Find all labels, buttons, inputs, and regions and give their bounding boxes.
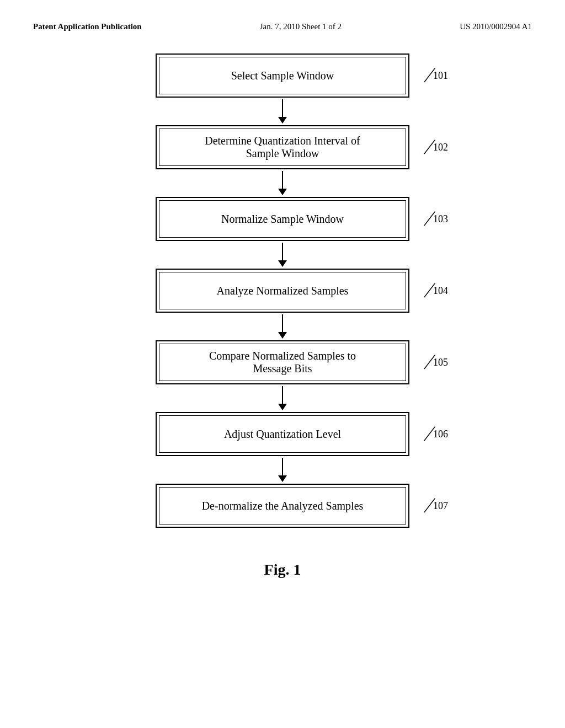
date-sheet-label: Jan. 7, 2010 Sheet 1 of 2 [260,22,342,31]
step-3-text: Normalize Sample Window [221,213,344,226]
arrow-line-6 [282,458,283,475]
arrow-line-2 [282,171,283,189]
step-4-label: ╱ 104 [425,283,448,298]
arrow-6 [278,456,287,484]
step-5-label: ╱ 105 [425,355,448,370]
arrow-head-1 [278,117,287,124]
step-1-text: Select Sample Window [231,69,334,82]
step-box-wrapper-1: Select Sample Window ╱ 101 [156,53,409,98]
step-1-number: 101 [433,70,448,82]
step-box-wrapper-6: Adjust Quantization Level ╱ 106 [156,412,409,456]
arrow-2 [278,169,287,197]
step-box-wrapper-3: Normalize Sample Window ╱ 103 [156,197,409,241]
step-2-number: 102 [433,142,448,153]
slash-icon-3: ╱ [425,212,432,226]
step-row-4: Analyze Normalized Samples ╱ 104 [33,269,532,313]
step-row-1: Select Sample Window ╱ 101 [33,53,532,98]
slash-icon-4: ╱ [425,283,432,298]
step-4-number: 104 [433,285,448,297]
step-5-number: 105 [433,357,448,368]
step-6-number: 106 [433,429,448,440]
step-7-text: De-normalize the Analyzed Samples [202,500,364,512]
slash-icon-2: ╱ [425,140,432,154]
arrow-down-5 [278,386,287,410]
step-box-3: Normalize Sample Window [156,197,409,241]
arrow-down-4 [278,314,287,339]
step-box-6: Adjust Quantization Level [156,412,409,456]
step-box-1: Select Sample Window [156,53,409,98]
slash-icon-7: ╱ [425,499,432,513]
slash-icon-5: ╱ [425,355,432,370]
arrow-line-1 [282,99,283,117]
step-row-3: Normalize Sample Window ╱ 103 [33,197,532,241]
arrow-head-5 [278,404,287,410]
step-row-5: Compare Normalized Samples toMessage Bit… [33,340,532,384]
step-6-text: Adjust Quantization Level [224,428,341,441]
step-1-label: ╱ 101 [425,68,448,83]
flowchart: Select Sample Window ╱ 101 Determine Qua… [33,53,532,528]
arrow-1 [278,98,287,125]
publication-label: Patent Application Publication [33,22,142,31]
step-6-label: ╱ 106 [425,427,448,441]
step-4-text: Analyze Normalized Samples [217,285,349,297]
step-3-number: 103 [433,213,448,225]
step-row-6: Adjust Quantization Level ╱ 106 [33,412,532,456]
step-box-5: Compare Normalized Samples toMessage Bit… [156,340,409,384]
arrow-head-2 [278,189,287,195]
arrow-down-3 [278,243,287,267]
step-7-number: 107 [433,500,448,512]
slash-icon-1: ╱ [425,68,432,83]
step-row-7: De-normalize the Analyzed Samples ╱ 107 [33,484,532,528]
step-2-text: Determine Quantization Interval ofSample… [205,135,360,160]
patent-number-label: US 2010/0002904 A1 [460,22,532,31]
arrow-head-4 [278,332,287,339]
page-header: Patent Application Publication Jan. 7, 2… [33,22,532,31]
arrow-down-2 [278,171,287,195]
step-3-label: ╱ 103 [425,212,448,226]
step-box-7: De-normalize the Analyzed Samples [156,484,409,528]
arrow-3 [278,241,287,269]
arrow-down-1 [278,99,287,124]
arrow-down-6 [278,458,287,482]
page: Patent Application Publication Jan. 7, 2… [0,0,565,728]
step-box-wrapper-7: De-normalize the Analyzed Samples ╱ 107 [156,484,409,528]
step-row-2: Determine Quantization Interval ofSample… [33,125,532,169]
step-box-wrapper-4: Analyze Normalized Samples ╱ 104 [156,269,409,313]
step-box-4: Analyze Normalized Samples [156,269,409,313]
step-7-label: ╱ 107 [425,499,448,513]
slash-icon-6: ╱ [425,427,432,441]
arrow-4 [278,313,287,340]
arrow-line-4 [282,314,283,332]
arrow-5 [278,384,287,412]
arrow-line-3 [282,243,283,260]
step-box-wrapper-2: Determine Quantization Interval ofSample… [156,125,409,169]
arrow-head-6 [278,475,287,482]
step-box-2: Determine Quantization Interval ofSample… [156,125,409,169]
figure-caption: Fig. 1 [33,561,532,579]
step-2-label: ╱ 102 [425,140,448,154]
arrow-head-3 [278,260,287,267]
step-5-text: Compare Normalized Samples toMessage Bit… [209,350,356,375]
step-box-wrapper-5: Compare Normalized Samples toMessage Bit… [156,340,409,384]
arrow-line-5 [282,386,283,404]
